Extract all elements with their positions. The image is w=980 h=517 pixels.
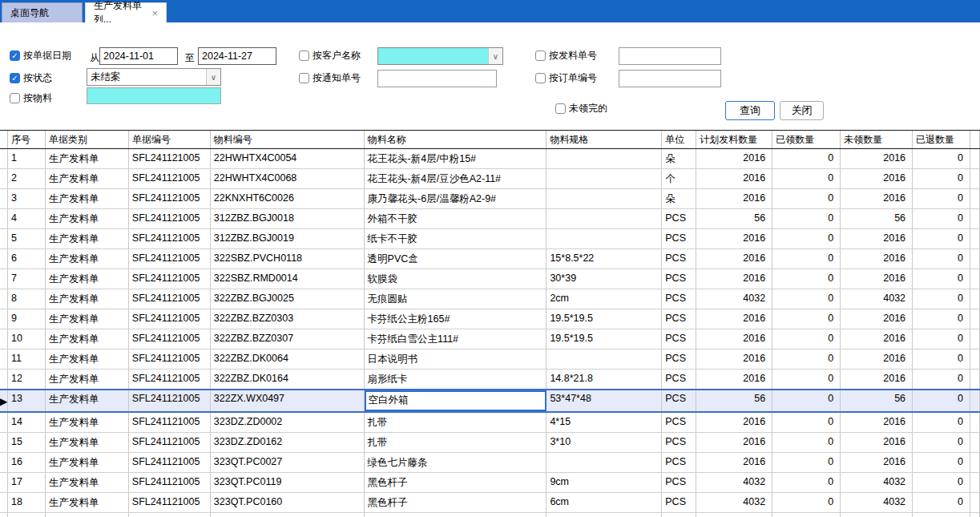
column-header-spec[interactable]: 物料规格 [546, 131, 662, 148]
cell-doc_type[interactable]: 生产发料单 [46, 169, 129, 188]
cell-unit[interactable]: PCS [662, 493, 696, 512]
cell-unreceived_qty[interactable]: 2016 [841, 189, 913, 208]
table-row[interactable]: 2生产发料单SFL24112100522HWHTX4C0068花王花头-新4层/… [0, 169, 980, 189]
tab-production-issue-list[interactable]: 生产发料单列... × [85, 2, 167, 22]
cell-unreceived_qty[interactable]: 4032 [841, 493, 913, 512]
cell-spec[interactable] [546, 513, 662, 517]
cell-received_qty[interactable]: 0 [772, 249, 841, 269]
cell-material_no[interactable]: 22HWHTX4C0068 [211, 169, 365, 188]
cell-returned_qty[interactable]: 0 [913, 289, 970, 309]
cell-doc_type[interactable]: 生产发料单 [46, 249, 129, 269]
cell-unreceived_qty[interactable]: 56 [841, 390, 913, 411]
cell-material_name[interactable]: 绿色七片藤条 [365, 453, 547, 472]
cell-doc_no[interactable]: SFL241121005 [129, 209, 211, 228]
cell-doc_no[interactable]: SFL241121005 [129, 149, 211, 168]
cell-received_qty[interactable]: 0 [772, 390, 841, 411]
table-row[interactable]: 6生产发料单SFL241121005322SBZ.PVCH0118透明PVC盒1… [0, 249, 980, 269]
cell-planned_qty[interactable]: 2016 [696, 349, 772, 369]
cell-unit[interactable]: 个 [662, 169, 696, 188]
cell-unreceived_qty[interactable]: 2016 [841, 269, 913, 289]
cell-seq[interactable]: 12 [8, 370, 46, 389]
cell-planned_qty[interactable]: 4032 [696, 473, 772, 492]
cell-doc_type[interactable]: 生产发料单 [46, 209, 129, 228]
cell-spec[interactable] [546, 229, 662, 248]
by-material-checkbox[interactable] [10, 93, 20, 103]
cell-unreceived_qty[interactable]: 2016 [841, 149, 913, 168]
cell-received_qty[interactable]: 0 [772, 329, 841, 349]
cell-unit[interactable]: PCS [662, 209, 696, 228]
cell-unreceived_qty[interactable]: 2016 [841, 349, 913, 369]
cell-returned_qty[interactable]: 0 [913, 433, 970, 452]
cell-seq[interactable]: 9 [8, 309, 46, 329]
table-row[interactable]: 8生产发料单SFL241121005322ZBZ.BGJ0025无痕圆贴2cmP… [0, 289, 980, 309]
table-row[interactable]: 9生产发料单SFL241121005322ZBZ.BZZ0303卡芬纸公主粉16… [0, 309, 980, 329]
cell-material_no[interactable]: 322ZBZ.DK0164 [211, 370, 365, 389]
cell-material_name[interactable]: 透明PVC盒 [365, 249, 547, 269]
cell-material_name[interactable]: 软膜袋 [365, 269, 547, 289]
cell-doc_no[interactable]: SFL241121005 [129, 370, 211, 389]
cell-spec[interactable]: 6cm [546, 493, 662, 512]
cell-material_no[interactable]: 323DZ.ZD0002 [211, 413, 365, 432]
cell-unit[interactable]: PCS [662, 473, 696, 492]
cell-planned_qty[interactable]: 2016 [696, 329, 772, 349]
cell-planned_qty[interactable]: 2016 [696, 249, 772, 269]
cell-material_no[interactable]: 22HWHTX4C0054 [211, 149, 365, 168]
chevron-down-icon[interactable]: ∨ [488, 48, 502, 64]
cell-planned_qty[interactable]: 4032 [696, 289, 772, 309]
cell-material_name[interactable]: 扇形纸卡 [365, 370, 547, 389]
cell-doc_no[interactable]: SFL241121005 [129, 413, 211, 432]
by-customer-checkbox[interactable] [299, 50, 309, 61]
cell-doc_no[interactable]: SFL241121005 [129, 453, 211, 472]
cell-received_qty[interactable]: 0 [772, 513, 841, 517]
cell-unit[interactable]: PCS [662, 370, 696, 389]
table-row[interactable]: 14生产发料单SFL241121005323DZ.ZD0002扎带4*15PCS… [0, 413, 980, 433]
cell-unit[interactable]: PCS [662, 249, 696, 269]
chevron-down-icon[interactable]: ∨ [206, 69, 220, 85]
table-row[interactable]: 19生产发料单SFL241121005323QT.PC0209绿色马掌碗叶PCS… [0, 513, 980, 517]
table-row[interactable]: 17生产发料单SFL241121005323QT.PC0119黑色杆子9cmPC… [0, 473, 980, 493]
cell-material_no[interactable]: 322SBZ.PVCH0118 [211, 249, 365, 269]
cell-seq[interactable]: 11 [8, 349, 46, 369]
cell-returned_qty[interactable]: 0 [913, 209, 970, 228]
cell-unit[interactable]: PCS [662, 513, 696, 517]
cell-material_name[interactable]: 扎带 [365, 433, 547, 452]
cell-seq[interactable]: 2 [8, 169, 46, 188]
cell-received_qty[interactable]: 0 [772, 473, 841, 492]
cell-material_name[interactable]: 卡芬纸公主粉165# [365, 309, 547, 329]
cell-doc_no[interactable]: SFL241121005 [129, 329, 211, 349]
cell-material_name[interactable]: 黑色杆子 [365, 473, 547, 492]
cell-returned_qty[interactable]: 0 [913, 413, 970, 432]
cell-seq[interactable]: 17 [8, 473, 46, 492]
cell-doc_type[interactable]: 生产发料单 [46, 149, 129, 168]
cell-received_qty[interactable]: 0 [772, 289, 841, 309]
cell-planned_qty[interactable]: 2016 [696, 169, 772, 188]
cell-received_qty[interactable]: 0 [772, 169, 841, 188]
cell-planned_qty[interactable]: 4032 [696, 493, 772, 512]
cell-spec[interactable]: 14.8*21.8 [546, 370, 662, 389]
cell-unit[interactable]: PCS [662, 453, 696, 472]
cell-doc_no[interactable]: SFL241121005 [129, 513, 211, 517]
cell-seq[interactable]: 5 [8, 229, 46, 248]
cell-material_no[interactable]: 323QT.PC0209 [211, 513, 365, 517]
table-row[interactable]: 5生产发料单SFL241121005312ZBZ.BGJ0019纸卡不干胶PCS… [0, 229, 980, 249]
order-no-input[interactable] [619, 70, 721, 87]
cell-spec[interactable]: 19.5*19.5 [546, 329, 662, 349]
column-header-unreceived_qty[interactable]: 未领数量 [841, 131, 913, 148]
cell-returned_qty[interactable]: 0 [913, 390, 970, 411]
cell-doc_type[interactable]: 生产发料单 [46, 269, 129, 289]
cell-material_no[interactable]: 322ZBZ.BGJ0025 [211, 289, 365, 309]
cell-spec[interactable] [546, 209, 662, 228]
cell-unreceived_qty[interactable]: 2016 [841, 453, 913, 472]
close-icon[interactable]: × [151, 8, 158, 18]
by-order-no-checkbox[interactable] [535, 73, 546, 83]
cell-returned_qty[interactable]: 0 [913, 473, 970, 492]
cell-doc_no[interactable]: SFL241121005 [129, 309, 211, 329]
cell-received_qty[interactable]: 0 [772, 370, 841, 389]
cell-material_no[interactable]: 322ZBZ.BZZ0307 [211, 329, 365, 349]
cell-returned_qty[interactable]: 0 [913, 453, 970, 472]
cell-returned_qty[interactable]: 0 [913, 513, 970, 517]
cell-doc_no[interactable]: SFL241121005 [129, 390, 211, 411]
cell-planned_qty[interactable]: 2016 [696, 370, 772, 389]
cell-received_qty[interactable]: 0 [772, 229, 841, 248]
cell-planned_qty[interactable]: 2016 [696, 269, 772, 289]
